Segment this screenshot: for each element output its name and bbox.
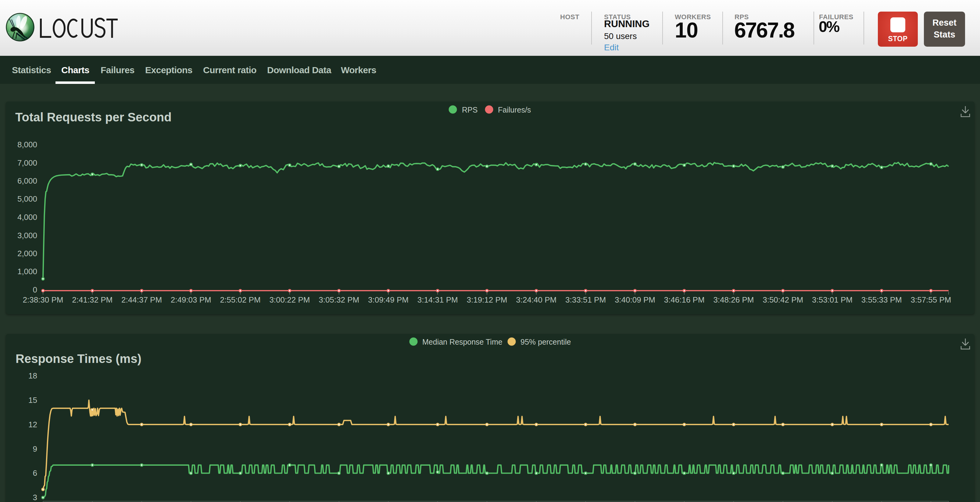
svg-text:3:50:42 PM: 3:50:42 PM	[763, 295, 803, 304]
svg-text:1,000: 1,000	[18, 267, 37, 276]
svg-text:15: 15	[29, 395, 37, 405]
svg-text:5,000: 5,000	[18, 194, 37, 203]
svg-text:3:48:26 PM: 3:48:26 PM	[713, 295, 754, 304]
svg-text:7,000: 7,000	[18, 158, 37, 167]
svg-text:Response Times (ms): Response Times (ms)	[16, 352, 142, 365]
svg-text:9: 9	[33, 445, 37, 454]
svg-text:3:40:09 PM: 3:40:09 PM	[615, 295, 655, 304]
svg-text:2:44:37 PM: 2:44:37 PM	[121, 295, 162, 304]
svg-text:12: 12	[29, 420, 37, 429]
svg-text:Failures/s: Failures/s	[498, 105, 531, 114]
svg-text:2:49:03 PM: 2:49:03 PM	[171, 295, 211, 304]
svg-text:RPS: RPS	[462, 105, 477, 114]
svg-text:3:53:01 PM: 3:53:01 PM	[812, 295, 853, 304]
svg-text:2:41:32 PM: 2:41:32 PM	[72, 295, 113, 304]
svg-text:3:24:40 PM: 3:24:40 PM	[516, 295, 557, 304]
svg-text:3:05:32 PM: 3:05:32 PM	[319, 295, 359, 304]
svg-text:3:33:51 PM: 3:33:51 PM	[565, 295, 606, 304]
svg-text:3: 3	[33, 493, 37, 502]
svg-text:3:09:49 PM: 3:09:49 PM	[368, 295, 409, 304]
svg-text:3,000: 3,000	[18, 231, 37, 240]
svg-text:95% percentile: 95% percentile	[520, 338, 571, 346]
svg-text:6: 6	[33, 469, 37, 478]
svg-text:3:14:31 PM: 3:14:31 PM	[417, 295, 458, 304]
svg-text:4,000: 4,000	[18, 213, 37, 222]
svg-text:Median Response Time: Median Response Time	[422, 338, 503, 346]
svg-text:3:46:16 PM: 3:46:16 PM	[664, 295, 705, 304]
svg-text:0: 0	[33, 285, 37, 294]
svg-text:8,000: 8,000	[18, 140, 37, 149]
svg-text:Total Requests per Second: Total Requests per Second	[15, 110, 172, 124]
svg-text:2:38:30 PM: 2:38:30 PM	[23, 295, 64, 304]
svg-text:6,000: 6,000	[18, 176, 37, 185]
svg-text:3:55:33 PM: 3:55:33 PM	[861, 295, 902, 304]
svg-text:3:57:55 PM: 3:57:55 PM	[911, 295, 951, 304]
svg-text:18: 18	[29, 371, 37, 380]
svg-text:2:55:02 PM: 2:55:02 PM	[220, 295, 261, 304]
svg-text:3:19:12 PM: 3:19:12 PM	[467, 295, 508, 304]
svg-text:3:00:22 PM: 3:00:22 PM	[269, 295, 310, 304]
svg-text:2,000: 2,000	[18, 249, 37, 258]
